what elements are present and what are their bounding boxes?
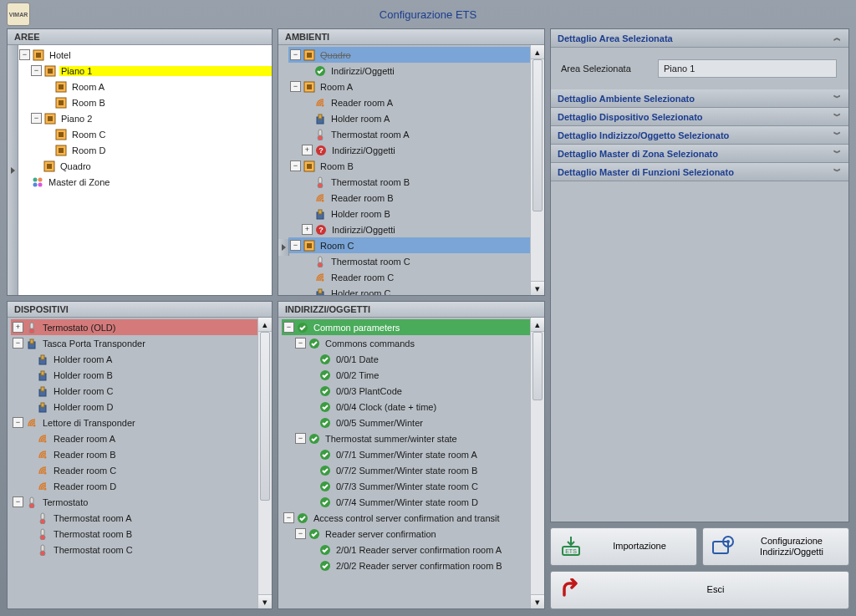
collapse-icon[interactable]: −	[295, 528, 306, 539]
scrollbar[interactable]: ▴ ▾	[530, 45, 544, 295]
tree-item[interactable]: Termostato (OLD)	[41, 323, 117, 333]
config-button[interactable]: Configurazione Indirizzi/Oggetti	[702, 527, 849, 566]
tree-item[interactable]: Room A	[70, 82, 106, 92]
tree-item[interactable]: Access control server confirmation and t…	[312, 513, 502, 523]
tree-item[interactable]: Reader room B	[329, 193, 395, 203]
tree-item[interactable]: Indirizzi/Oggetti	[330, 225, 397, 235]
tree-item[interactable]: Reader room D	[52, 481, 118, 491]
tree-item[interactable]: 0/0/2 Time	[334, 370, 380, 380]
tree-item[interactable]: Quadro	[59, 161, 93, 171]
tree-item[interactable]: Thermostat room C	[52, 545, 135, 555]
tree-item[interactable]: 0/0/3 PlantCode	[334, 386, 404, 396]
tree-item[interactable]: Holder room C	[52, 386, 115, 396]
tree-item[interactable]: Thermostat room A	[52, 513, 134, 523]
tree-item[interactable]: Reader room C	[329, 272, 395, 283]
expand-handle[interactable]	[8, 45, 18, 295]
accordion-master-zona[interactable]: Dettaglio Master di Zona Selezionato︾	[551, 145, 848, 163]
accordion-indirizzo[interactable]: Dettaglio Indizizzo/Oggetto Selezionato︾	[551, 126, 848, 145]
scroll-down-icon[interactable]: ▾	[531, 594, 544, 608]
tree-item[interactable]: 2/0/2 Reader server confirmation room B	[334, 561, 504, 571]
tree-item[interactable]: 0/0/4 Clock (date + time)	[334, 402, 438, 412]
accordion-dispositivo[interactable]: Dettaglio Dispositivo Selezionato︾	[551, 108, 848, 126]
tree-item[interactable]: Quadro	[318, 50, 353, 60]
tree-item[interactable]: 0/7/4 Summer/Winter state room D	[334, 497, 480, 507]
collapse-icon[interactable]: −	[290, 81, 301, 92]
scrollbar[interactable]: ▴ ▾	[257, 318, 272, 608]
tree-item[interactable]: Reader room C	[52, 466, 118, 476]
tree-item[interactable]: Tasca Porta Transponder	[41, 339, 147, 349]
scrollbar[interactable]: ▴ ▾	[530, 318, 544, 608]
tree-item[interactable]: Thermostat room B	[329, 177, 411, 187]
area-name-field[interactable]: Piano 1	[658, 59, 837, 78]
tree-item[interactable]: Indirizzi/Oggetti	[330, 145, 397, 155]
import-button[interactable]: ETS Importazione	[550, 527, 697, 566]
scroll-up-icon[interactable]: ▴	[531, 45, 544, 59]
collapse-icon[interactable]: −	[295, 338, 306, 349]
accordion-ambiente[interactable]: Dettaglio Ambiente Selezionato︾	[551, 89, 848, 108]
tree-item[interactable]: Reader server confirmation	[324, 529, 438, 539]
scroll-thumb[interactable]	[532, 59, 543, 211]
collapse-icon[interactable]: −	[290, 240, 301, 251]
ambienti-tree[interactable]: −Quadro Indirizzi/Oggetti −Room A Reader…	[288, 45, 544, 295]
tree-item[interactable]: Room B	[318, 161, 355, 171]
tree-item[interactable]: Holder room D	[52, 402, 115, 412]
accordion-master-funzioni[interactable]: Dettaglio Master di Funzioni Selezionato…	[551, 163, 848, 181]
tree-item[interactable]: Room C	[70, 130, 107, 140]
tree-item[interactable]: Room C	[318, 241, 355, 251]
tree-item[interactable]: Holder room A	[329, 114, 391, 124]
collapse-icon[interactable]: −	[19, 49, 30, 60]
tree-item[interactable]: Reader room A	[329, 98, 395, 108]
tree-item[interactable]: Room A	[318, 82, 354, 92]
tree-item[interactable]: 0/7/1 Summer/Winter state room A	[334, 450, 479, 460]
collapse-icon[interactable]: −	[13, 338, 23, 349]
tree-item[interactable]: Room B	[70, 98, 107, 108]
tree-item[interactable]: Thermostat room A	[329, 130, 411, 140]
collapse-icon[interactable]: −	[31, 113, 42, 124]
tree-item[interactable]: Thermostat room B	[52, 529, 134, 539]
scroll-down-icon[interactable]: ▾	[531, 281, 544, 295]
collapse-icon[interactable]: −	[295, 433, 306, 444]
tree-item[interactable]: Holder room C	[329, 288, 393, 296]
tree-item[interactable]: Lettore di Transponder	[41, 418, 137, 428]
scroll-up-icon[interactable]: ▴	[531, 318, 544, 332]
tree-item[interactable]: Holder room A	[52, 354, 114, 364]
tree-item[interactable]: Thermostat room C	[329, 257, 412, 267]
scroll-down-icon[interactable]: ▾	[258, 594, 272, 608]
tree-item[interactable]: Commons commands	[324, 339, 416, 349]
tree-item[interactable]: Indirizzi/Oggetti	[329, 66, 396, 76]
indirizzi-tree[interactable]: −Common parameters −Commons commands 0/0…	[278, 318, 544, 573]
collapse-icon[interactable]: −	[283, 512, 294, 523]
tree-item[interactable]: Reader room B	[52, 450, 118, 460]
collapse-icon[interactable]: −	[13, 496, 23, 507]
expand-icon[interactable]: +	[302, 224, 313, 235]
tree-item[interactable]: Termostato	[41, 497, 89, 507]
tree-item[interactable]: Piano 2	[59, 114, 94, 124]
expand-icon[interactable]: +	[13, 322, 23, 333]
tree-item[interactable]: 0/0/5 Summer/Winter	[334, 418, 425, 428]
collapse-icon[interactable]: −	[290, 49, 301, 60]
accordion-area[interactable]: Dettaglio Area Selezionata︽	[551, 29, 848, 48]
scroll-up-icon[interactable]: ▴	[258, 318, 272, 332]
expand-icon[interactable]: +	[302, 145, 313, 155]
tree-item[interactable]: Thermostat summer/winter state	[324, 434, 459, 444]
collapse-icon[interactable]: −	[13, 417, 23, 428]
expand-handle[interactable]	[278, 239, 289, 256]
collapse-icon[interactable]: −	[31, 65, 42, 76]
aree-tree[interactable]: −Hotel −Piano 1 Room A Room B −Piano 2	[18, 45, 272, 190]
tree-item[interactable]: Holder room B	[329, 209, 392, 219]
scroll-thumb[interactable]	[532, 332, 543, 400]
collapse-icon[interactable]: −	[290, 160, 301, 171]
collapse-icon[interactable]: −	[283, 322, 294, 333]
tree-item[interactable]: Holder room B	[52, 370, 115, 380]
tree-item[interactable]: 0/7/3 Summer/Winter state room C	[334, 481, 480, 491]
tree-item[interactable]: Room D	[70, 145, 107, 155]
tree-item[interactable]: 0/7/2 Summer/Winter state room B	[334, 466, 479, 476]
scroll-thumb[interactable]	[260, 332, 270, 501]
tree-item[interactable]: 2/0/1 Reader server confirmation room A	[334, 545, 503, 555]
tree-item-selected[interactable]: Piano 1	[59, 66, 272, 76]
exit-button[interactable]: Esci	[550, 571, 849, 609]
dispositivi-tree[interactable]: +Termostato (OLD) −Tasca Porta Transpond…	[8, 318, 272, 557]
tree-item[interactable]: Master di Zone	[47, 177, 111, 187]
tree-item[interactable]: 0/0/1 Date	[334, 354, 380, 364]
tree-item[interactable]: Common parameters	[312, 323, 401, 333]
